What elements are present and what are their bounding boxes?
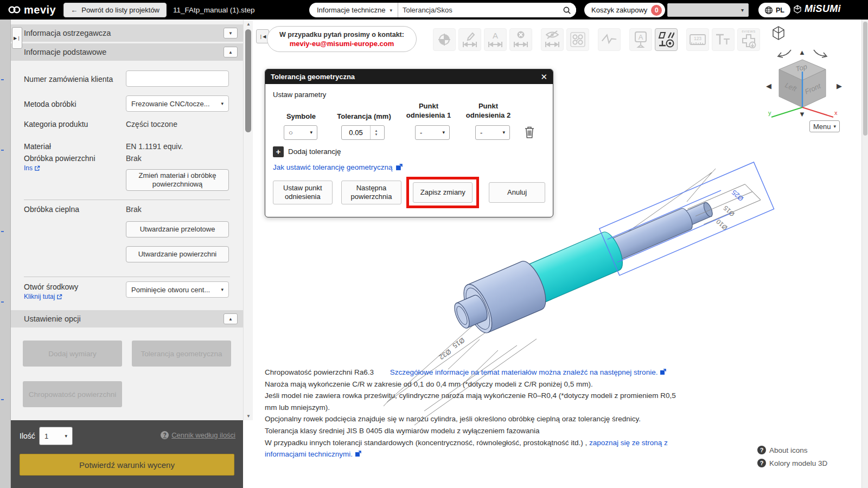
app-window: meviy ← Powrót do listy projektów 11_FAt… [0,0,868,488]
text-size-icon[interactable] [712,28,735,51]
axis-y [771,107,802,117]
through-hardening-button[interactable]: Utwardzanie przelotowe [126,221,229,237]
scroll-down-icon[interactable]: ▼ [244,412,253,420]
order-number-input[interactable] [126,70,229,87]
scrollbar-thumb[interactable] [245,29,251,132]
change-material-button[interactable]: Zmień materiał i obróbkę powierzchniową [126,169,229,191]
rotate-right-step-icon[interactable]: ▶ [837,82,842,89]
section-warning-header[interactable]: Informacja ostrzegawcza ▼ [11,24,243,42]
surface-check-icon[interactable] [598,28,621,51]
method-select[interactable]: Frezowanie CNC/tocze... ▾ [126,95,229,112]
surface-roughness-button[interactable]: Chropowatość powierzchni [23,381,122,407]
search-icon[interactable] [558,3,576,17]
geometric-tolerance-button[interactable]: Tolerancja geometryczna [132,341,231,367]
sidebar-scrollbar[interactable]: ▲ ▼ [243,20,253,420]
column-headers: Symbole Tolerancja (mm) Punkt odniesieni… [273,102,545,120]
collapse-toggle-icon[interactable]: ▲ [224,47,238,57]
col-symbol: Symbole [273,112,329,120]
material-value: EN 1.1191 equiv. [126,142,183,151]
viewer-menu-button[interactable]: Menu ▾ [809,120,840,132]
misumi-cube-icon [793,5,802,14]
globe-icon [764,6,773,15]
surface-hardening-button[interactable]: Utwardzanie powierzchni [126,246,229,262]
cart-count-badge: 0 [651,5,662,16]
set-datum-button[interactable]: Ustaw punkt odniesienia [273,181,333,205]
dimension-list-icon[interactable]: 123 [686,28,709,51]
center-hole-link[interactable]: Kliknij tutaj [24,293,62,300]
search-category-select[interactable]: Informacje techniczne ▾ [309,3,398,17]
category-label: Kategoria produktu [24,120,88,129]
next-surface-button[interactable]: Następna powierzchnia [341,181,402,205]
materials-info-link[interactable]: Szczegółowe informacje na temat materiał… [390,368,658,376]
delete-dimension-icon[interactable] [509,28,532,51]
datum-target-icon[interactable] [433,28,456,51]
symbol-select[interactable]: ○ ▾ [284,125,317,140]
about-icons-link[interactable]: ? About icons [757,446,860,454]
quantity-label: Ilość [20,432,35,440]
ins-link[interactable]: Ins [24,164,40,172]
meviy-logo[interactable]: meviy [8,4,56,16]
quote-footer: Ilość 1 ▾ ? Cennik według ilości Potwier… [11,420,243,488]
scroll-up-icon[interactable]: ▲ [244,20,253,28]
datum1-select[interactable]: - ▾ [415,125,450,140]
contact-line: W przypadku pytań prosimy o kontakt: [279,31,404,38]
six-views-icon[interactable]: 6VIEWS [737,28,760,51]
collapse-icon: ❘◀ [259,34,266,39]
how-to-set-link[interactable]: Jak ustawić tolerancję geometryczną [273,163,545,171]
part-number-select[interactable]: ▾ [667,3,749,17]
datum1-value: - [420,129,422,137]
question-icon: ? [757,459,766,467]
surface-label: Obróbka powierzchni [24,154,95,163]
dialog-header[interactable]: Tolerancja geometryczna ✕ [265,69,553,84]
col-datum1: Punkt odniesienia 1 [399,102,458,120]
geometric-tolerance-icon[interactable] [655,28,678,51]
cube-wireframe-icon[interactable] [770,25,787,41]
center-hole-select[interactable]: Pominięcie otworu cent... ▾ [126,281,229,298]
add-dimension-icon[interactable] [458,28,481,51]
section-options-header[interactable]: Ustawienie opcji ▲ [11,310,243,328]
confirm-quote-button[interactable]: Potwierdź warunki wyceny [20,454,234,476]
note-line6-prefix: W przypadku innych tolerancji standardow… [265,439,589,447]
hide-dimension-icon[interactable] [541,28,564,51]
tolerance-stepper[interactable]: ▲▼ [370,126,382,139]
axis-y-label: y [768,110,771,116]
top-bar: meviy ← Powrót do listy projektów 11_FAt… [0,0,868,20]
basic-header-label: Informacje podstawowe [24,48,106,56]
save-changes-button[interactable]: Zapisz zmiany [413,182,473,203]
cancel-button[interactable]: Anuluj [489,182,545,203]
chevron-down-icon: ▾ [221,101,224,106]
meviy-logo-text: meviy [24,4,56,16]
axis-x-label: x [834,110,838,116]
search-input[interactable] [398,6,558,14]
language-button[interactable]: PL [758,3,790,17]
external-link-icon [395,164,403,171]
tolerance-input[interactable] [342,129,370,137]
dimension-text-icon[interactable]: A [484,28,507,51]
collapse-toggle-icon[interactable]: ▼ [224,28,238,38]
chevron-down-icon: ▾ [65,433,67,439]
cart-button[interactable]: Koszyk zakupowy 0 [584,3,665,17]
note-roughness-line: Chropowatość powierzchni Ra6.3 Szczegóło… [265,367,689,378]
price-list-link[interactable]: ? Cennik według ilości [161,431,235,439]
tilt-down-icon[interactable]: ▼ [799,111,806,118]
collapse-toggle-icon[interactable]: ▲ [224,313,238,324]
quantity-select[interactable]: 1 ▾ [39,427,73,445]
search-group: Informacje techniczne ▾ [309,3,576,17]
back-to-projects-button[interactable]: ← Powrót do listy projektów [63,3,167,17]
datum-symbol-icon[interactable]: A [629,28,652,51]
sidebar-expand-handle[interactable]: ▶❘ [12,27,22,49]
col-datum2: Punkt odniesienia 2 [458,102,518,120]
heat-label: Obróbka cieplna [24,205,79,214]
rotate-left-step-icon[interactable]: ◀ [766,82,771,89]
collapsed-panel-strip[interactable] [0,20,11,488]
datum2-select[interactable]: - ▾ [475,125,510,140]
misumi-logo[interactable]: MiSUMi [793,3,841,15]
hole-pattern-icon[interactable] [566,28,589,51]
add-dimensions-button[interactable]: Dodaj wymiary [23,341,122,367]
add-tolerance-button[interactable]: + Dodaj tolerancję [273,146,545,157]
section-basic-header[interactable]: Informacje podstawowe ▲ [11,43,243,61]
trash-icon[interactable] [524,126,535,139]
contact-email-link[interactable]: meviy-eu@misumi-europe.com [290,40,394,48]
close-icon[interactable]: ✕ [540,72,547,82]
model-colors-link[interactable]: ? Kolory modelu 3D [757,459,860,467]
